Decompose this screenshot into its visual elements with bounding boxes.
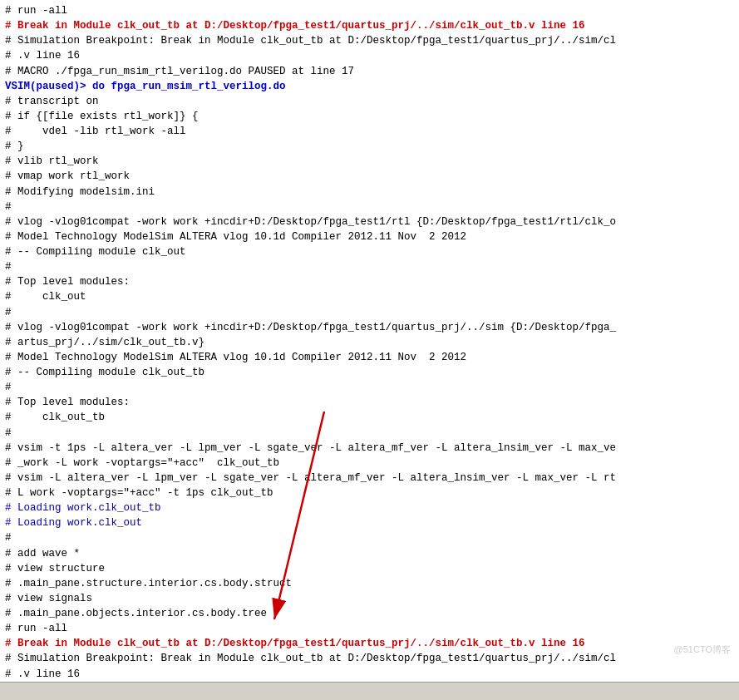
terminal-line: # — [5, 200, 734, 214]
terminal-line: # L work -voptargs="+acc" -t 1ps clk_out… — [5, 486, 734, 500]
terminal-line: # Modifying modelsim.ini — [5, 185, 734, 200]
terminal-line: # Simulation Breakpoint: Break in Module… — [5, 651, 734, 666]
terminal-line: # — [5, 530, 734, 545]
terminal-output[interactable]: # run -all# Break in Module clk_out_tb a… — [0, 0, 739, 682]
watermark: @51CTO博客 — [674, 643, 731, 657]
terminal-line: # Loading work.clk_out_tb — [5, 500, 734, 515]
terminal-line: # clk_out — [5, 289, 734, 304]
terminal-line: # run -all — [5, 621, 734, 636]
terminal-line: # Break in Module clk_out_tb at D:/Deskt… — [5, 18, 734, 33]
terminal-line: # clk_out_tb — [5, 410, 734, 425]
terminal-line: # } — [5, 139, 734, 154]
terminal-line: # if {[file exists rtl_work]} { — [5, 109, 734, 124]
terminal-line: # Simulation Breakpoint: Break in Module… — [5, 33, 734, 48]
terminal-line: # view structure — [5, 561, 734, 576]
terminal-line: # Model Technology ModelSim ALTERA vlog … — [5, 229, 734, 244]
terminal-line: # — [5, 305, 734, 320]
status-bar — [0, 682, 739, 700]
terminal-line: # vmap work rtl_work — [5, 169, 734, 184]
terminal-line: # Top level modules: — [5, 395, 734, 410]
terminal-line: # — [5, 380, 734, 395]
terminal-line: # Model Technology ModelSim ALTERA vlog … — [5, 350, 734, 365]
terminal-line: # vdel -lib rtl_work -all — [5, 124, 734, 139]
terminal-line: # .main_pane.objects.interior.cs.body.tr… — [5, 606, 734, 621]
terminal-line: # vlib rtl_work — [5, 154, 734, 169]
terminal-line: # Break in Module clk_out_tb at D:/Deskt… — [5, 636, 734, 651]
terminal-line: # MACRO ./fpga_run_msim_rtl_verilog.do P… — [5, 64, 734, 79]
terminal-line: # Loading work.clk_out — [5, 515, 734, 530]
terminal-line: # run -all — [5, 3, 734, 18]
terminal-line: # -- Compiling module clk_out — [5, 244, 734, 259]
terminal-window: # run -all# Break in Module clk_out_tb a… — [0, 0, 739, 700]
terminal-line: # .v line 16 — [5, 48, 734, 63]
terminal-line: # — [5, 426, 734, 441]
terminal-line: # vsim -t 1ps -L altera_ver -L lpm_ver -… — [5, 441, 734, 456]
terminal-line: # transcript on — [5, 94, 734, 109]
terminal-line: # .v line 16 — [5, 667, 734, 682]
terminal-line: # vlog -vlog01compat -work work +incdir+… — [5, 320, 734, 335]
terminal-line: # _work -L work -voptargs="+acc" clk_out… — [5, 456, 734, 471]
terminal-line: VSIM(paused)> do fpga_run_msim_rtl_veril… — [5, 79, 734, 94]
terminal-line: # vlog -vlog01compat -work work +incdir+… — [5, 214, 734, 229]
terminal-line: # vsim -L altera_ver -L lpm_ver -L sgate… — [5, 471, 734, 486]
terminal-line: # artus_prj/../sim/clk_out_tb.v} — [5, 335, 734, 350]
terminal-line: # — [5, 259, 734, 274]
terminal-line: # .main_pane.structure.interior.cs.body.… — [5, 576, 734, 591]
terminal-line: # -- Compiling module clk_out_tb — [5, 365, 734, 380]
terminal-line: # add wave * — [5, 546, 734, 561]
terminal-line: # view signals — [5, 591, 734, 606]
terminal-line: # Top level modules: — [5, 274, 734, 289]
